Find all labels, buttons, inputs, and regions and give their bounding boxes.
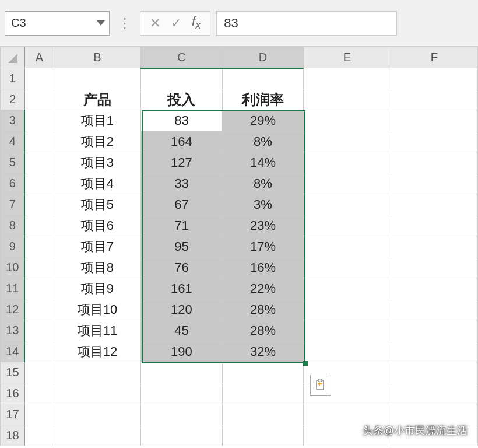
row-header[interactable]: 9 (1, 236, 25, 257)
cell[interactable] (304, 320, 391, 341)
cell[interactable] (391, 89, 477, 110)
cell[interactable] (24, 68, 54, 89)
cell[interactable] (391, 173, 477, 194)
cell[interactable] (54, 425, 140, 446)
cell[interactable]: 项目4 (54, 173, 140, 194)
cell[interactable]: 8% (222, 173, 304, 194)
cell[interactable]: 127 (141, 152, 223, 173)
cell[interactable]: 28% (222, 299, 304, 320)
row-header[interactable]: 13 (1, 320, 25, 341)
cell[interactable] (222, 383, 304, 404)
cell[interactable]: 8% (222, 131, 304, 152)
cell[interactable] (391, 362, 477, 383)
cell[interactable] (304, 236, 391, 257)
cell[interactable] (304, 278, 391, 299)
row-header[interactable]: 3 (1, 110, 25, 131)
spreadsheet-grid[interactable]: A B C D E F 1 2 产品 投入 利润率 3 (0, 47, 478, 446)
cell[interactable]: 95 (141, 236, 223, 257)
paste-options-button[interactable] (310, 374, 331, 396)
cell[interactable] (391, 404, 477, 425)
cell[interactable] (304, 215, 391, 236)
cell[interactable] (24, 425, 54, 446)
cell[interactable]: 23% (222, 215, 304, 236)
row-header[interactable]: 7 (1, 194, 25, 215)
cell[interactable] (304, 89, 391, 110)
formula-input[interactable] (216, 11, 397, 36)
cell[interactable] (24, 89, 54, 110)
cell[interactable]: 32% (222, 341, 304, 362)
cell[interactable] (304, 173, 391, 194)
cell[interactable]: 45 (141, 320, 223, 341)
cell[interactable] (24, 404, 54, 425)
cell[interactable] (304, 404, 391, 425)
cell[interactable] (391, 320, 477, 341)
cell[interactable]: 项目11 (54, 320, 140, 341)
cell[interactable] (54, 404, 140, 425)
cell[interactable]: 16% (222, 257, 304, 278)
cell[interactable]: 项目1 (54, 110, 140, 131)
cell[interactable] (391, 341, 477, 362)
cell[interactable] (24, 173, 54, 194)
cell[interactable] (141, 68, 223, 89)
cell[interactable] (391, 215, 477, 236)
cell[interactable]: 3% (222, 194, 304, 215)
fill-handle[interactable] (303, 361, 308, 366)
cell[interactable] (391, 257, 477, 278)
cell[interactable] (304, 257, 391, 278)
cell[interactable] (391, 152, 477, 173)
cell[interactable]: 项目5 (54, 194, 140, 215)
cell[interactable] (304, 194, 391, 215)
cell-header[interactable]: 投入 (141, 89, 223, 110)
cell[interactable] (24, 278, 54, 299)
row-header[interactable]: 2 (1, 89, 25, 110)
cell[interactable] (222, 68, 304, 89)
cell[interactable]: 71 (141, 215, 223, 236)
col-header-e[interactable]: E (304, 47, 391, 68)
cell[interactable] (304, 299, 391, 320)
select-all-corner[interactable] (1, 47, 25, 68)
cell[interactable] (24, 320, 54, 341)
row-header[interactable]: 1 (1, 68, 25, 89)
cell[interactable]: 22% (222, 278, 304, 299)
col-header-b[interactable]: B (54, 47, 140, 68)
cell[interactable] (54, 383, 140, 404)
cell[interactable] (24, 299, 54, 320)
cell[interactable] (24, 131, 54, 152)
cell[interactable]: 项目8 (54, 257, 140, 278)
cell[interactable] (141, 383, 223, 404)
row-header[interactable]: 15 (1, 362, 25, 383)
cell[interactable]: 17% (222, 236, 304, 257)
cell[interactable]: 项目7 (54, 236, 140, 257)
cell[interactable]: 项目12 (54, 341, 140, 362)
cell[interactable] (304, 131, 391, 152)
cell[interactable] (304, 110, 391, 131)
cell[interactable]: 14% (222, 152, 304, 173)
name-box[interactable] (5, 11, 110, 36)
cell[interactable] (222, 404, 304, 425)
row-header[interactable]: 12 (1, 299, 25, 320)
row-header[interactable]: 17 (1, 404, 25, 425)
cell[interactable]: 项目10 (54, 299, 140, 320)
cell[interactable]: 120 (141, 299, 223, 320)
cell[interactable] (24, 341, 54, 362)
cell[interactable] (24, 236, 54, 257)
cell[interactable]: 67 (141, 194, 223, 215)
cell[interactable] (24, 110, 54, 131)
cell[interactable] (141, 425, 223, 446)
cell-header[interactable]: 产品 (54, 89, 140, 110)
cell[interactable] (391, 278, 477, 299)
cell[interactable]: 164 (141, 131, 223, 152)
cell[interactable] (54, 68, 140, 89)
cell-active[interactable]: 83 (141, 110, 223, 131)
cell[interactable] (141, 362, 223, 383)
cell[interactable]: 190 (141, 341, 223, 362)
cell[interactable] (24, 194, 54, 215)
col-header-c[interactable]: C (141, 47, 223, 68)
row-header[interactable]: 8 (1, 215, 25, 236)
cell[interactable] (24, 152, 54, 173)
cell[interactable] (391, 68, 477, 89)
cancel-icon[interactable]: ✕ (150, 16, 160, 31)
row-header[interactable]: 6 (1, 173, 25, 194)
cell[interactable] (391, 194, 477, 215)
cell-header[interactable]: 利润率 (222, 89, 304, 110)
